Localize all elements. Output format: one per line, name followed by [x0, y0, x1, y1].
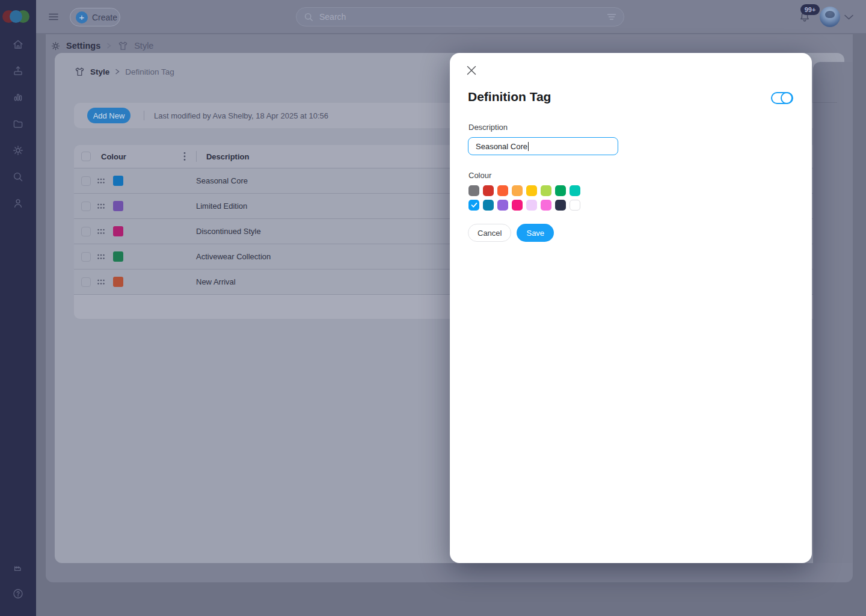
tshirt-icon — [117, 41, 129, 51]
card-breadcrumb: Style Definition Tag — [74, 66, 174, 77]
check-icon — [471, 202, 478, 208]
save-button[interactable]: Save — [517, 224, 554, 242]
row-description: Seasonal Core — [196, 176, 248, 185]
drag-handle-icon[interactable] — [97, 279, 105, 286]
modal-title: Definition Tag — [468, 90, 551, 104]
chevron-right-icon — [114, 69, 120, 75]
colour-swatch[interactable] — [541, 185, 551, 196]
search-icon[interactable] — [12, 171, 24, 183]
menu-hamburger-icon[interactable] — [48, 11, 59, 22]
breadcrumb-settings[interactable]: Settings — [66, 41, 100, 51]
search-icon — [304, 12, 314, 22]
analytics-icon[interactable] — [12, 91, 24, 103]
breadcrumb: Settings Style — [51, 40, 153, 52]
row-colour-swatch — [113, 226, 123, 236]
column-header-colour: Colour — [101, 152, 126, 161]
select-all-checkbox[interactable] — [81, 152, 91, 161]
row-description: New Arrival — [196, 277, 236, 286]
background-panel-peek — [813, 62, 853, 563]
row-checkbox[interactable] — [81, 252, 91, 262]
description-input[interactable]: Seasonal Core — [468, 137, 618, 155]
row-colour-swatch — [113, 201, 123, 211]
colour-swatch[interactable] — [570, 185, 580, 196]
plus-icon: + — [76, 11, 88, 23]
tshirt-icon — [74, 67, 85, 77]
chevron-right-icon — [106, 43, 112, 49]
definition-tag-modal: Definition Tag Description Seasonal Core… — [450, 53, 812, 563]
cancel-button[interactable]: Cancel — [468, 224, 511, 242]
search-input[interactable]: Search — [296, 7, 624, 26]
sidebar — [0, 0, 36, 616]
colour-picker-grid — [468, 185, 584, 211]
colour-swatch[interactable] — [555, 185, 566, 196]
breadcrumb-style[interactable]: Style — [134, 41, 153, 51]
add-new-button[interactable]: Add New — [87, 108, 131, 123]
factory-icon[interactable] — [12, 561, 24, 573]
row-checkbox[interactable] — [81, 277, 91, 287]
row-checkbox[interactable] — [81, 202, 91, 211]
drag-handle-icon[interactable] — [97, 203, 105, 210]
settings-gear-icon[interactable] — [12, 144, 24, 156]
app-logo[interactable] — [2, 10, 34, 23]
user-avatar[interactable] — [820, 7, 840, 27]
row-checkbox[interactable] — [81, 176, 91, 186]
panel-divider — [813, 102, 837, 103]
toggle-knob — [781, 92, 793, 104]
row-description: Limited Edition — [196, 202, 247, 211]
drag-handle-icon[interactable] — [97, 228, 105, 235]
colour-swatch[interactable] — [570, 200, 580, 211]
account-chevron-down-icon[interactable] — [844, 14, 854, 20]
row-checkbox[interactable] — [81, 227, 91, 236]
card-breadcrumb-current: Definition Tag — [125, 67, 174, 76]
header-divider — [196, 151, 197, 162]
description-input-value: Seasonal Core — [476, 142, 527, 151]
drag-handle-icon[interactable] — [97, 253, 105, 260]
colour-swatch[interactable] — [541, 200, 551, 211]
colour-swatch[interactable] — [555, 200, 566, 211]
row-description: Activewear Collection — [196, 252, 271, 261]
drag-handle-icon[interactable] — [97, 177, 105, 185]
colour-swatch[interactable] — [512, 185, 523, 196]
settings-gear-icon — [51, 41, 61, 51]
row-colour-swatch — [113, 251, 123, 262]
colour-swatch-selected[interactable] — [468, 200, 479, 211]
close-icon[interactable] — [467, 66, 476, 75]
user-icon[interactable] — [12, 197, 24, 209]
colour-swatch[interactable] — [497, 200, 508, 211]
colour-swatch[interactable] — [483, 200, 494, 211]
text-caret — [528, 142, 529, 151]
active-toggle[interactable] — [771, 92, 793, 104]
column-header-description: Description — [206, 152, 250, 161]
row-colour-swatch — [113, 277, 123, 287]
logo-circle-blue — [10, 10, 22, 23]
folder-icon[interactable] — [12, 118, 24, 130]
notification-badge: 99+ — [800, 4, 820, 15]
upload-icon[interactable] — [12, 65, 24, 77]
description-label: Description — [468, 123, 508, 132]
toolbar-divider — [144, 111, 144, 120]
help-icon[interactable] — [12, 588, 24, 600]
colour-swatch[interactable] — [483, 185, 494, 196]
column-menu-icon[interactable] — [183, 152, 186, 161]
colour-swatch[interactable] — [468, 185, 479, 196]
colour-swatch[interactable] — [526, 200, 537, 211]
card-breadcrumb-style[interactable]: Style — [90, 67, 109, 76]
row-colour-swatch — [113, 176, 123, 186]
home-icon[interactable] — [12, 38, 24, 51]
topbar: + Create Search 99+ — [36, 0, 866, 34]
colour-swatch[interactable] — [512, 200, 523, 211]
colour-swatch[interactable] — [497, 185, 508, 196]
filter-icon[interactable] — [607, 13, 616, 21]
last-modified-text: Last modified by Ava Shelby, 18 Apr 2025… — [154, 111, 328, 120]
create-button-label: Create — [92, 13, 117, 22]
create-button[interactable]: + Create — [70, 8, 120, 26]
search-placeholder: Search — [319, 12, 607, 22]
row-description: Discontinued Style — [196, 227, 261, 236]
colour-swatch[interactable] — [526, 185, 537, 196]
colour-label: Colour — [468, 171, 491, 180]
